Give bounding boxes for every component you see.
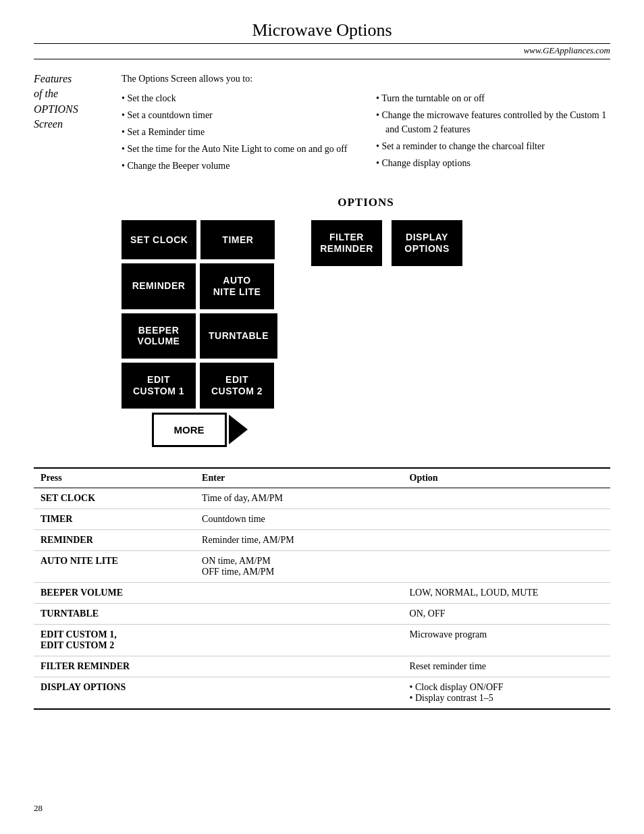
btn-separator [385, 220, 389, 266]
table-cell-press: TIMER [34, 509, 195, 529]
option-button[interactable]: EDIT CUSTOM 2 [200, 363, 274, 409]
table-row: TIMERCountdown time [34, 509, 610, 529]
features-col-left: Set the clockSet a countdown timerSet a … [122, 91, 356, 176]
table-cell-press: FILTER REMINDER [34, 656, 195, 677]
table-cell-enter [195, 603, 402, 624]
features-content: The Options Screen allows you to: Set th… [122, 72, 610, 176]
table-cell-press: REMINDER [34, 529, 195, 550]
page-header: Microwave Options [34, 20, 610, 41]
option-button[interactable]: TURNTABLE [200, 313, 277, 359]
option-button[interactable]: BEEPER VOLUME [122, 313, 196, 359]
buttons-right-group: FILTER REMINDERDISPLAY OPTIONS [311, 220, 462, 266]
table-cell-option: Reset reminder time [403, 656, 610, 677]
feature-item: Set the clock [122, 91, 356, 105]
table-cell-option [403, 509, 610, 529]
table-row: REMINDERReminder time, AM/PM [34, 529, 610, 550]
feature-item: Turn the turntable on or off [376, 91, 610, 105]
table-header-option: Option [403, 468, 610, 488]
table-cell-enter: Countdown time [195, 509, 402, 529]
feature-item: Set a reminder to change the charcoal fi… [376, 139, 610, 153]
feature-item: Set a Reminder time [122, 125, 356, 139]
table-cell-press: SET CLOCK [34, 488, 195, 509]
features-columns: Set the clockSet a countdown timerSet a … [122, 91, 610, 176]
button-row: REMINDERAUTO NITE LITE [122, 263, 277, 309]
option-button-right[interactable]: FILTER REMINDER [311, 220, 382, 266]
feature-item: Set a countdown timer [122, 108, 356, 122]
feature-item: Change the Beeper volume [122, 159, 356, 173]
header-rule2 [34, 59, 610, 59]
features-section: Features of the OPTIONS Screen The Optio… [34, 72, 610, 176]
page-number: 28 [34, 803, 43, 814]
options-section: OPTIONS SET CLOCKTIMERREMINDERAUTO NITE … [122, 196, 610, 447]
press-table: Press Enter Option SET CLOCKTime of day,… [34, 467, 610, 710]
table-cell-enter [195, 624, 402, 656]
table-row: AUTO NITE LITEON time, AM/PM OFF time, A… [34, 550, 610, 582]
button-row: EDIT CUSTOM 1EDIT CUSTOM 2 [122, 363, 277, 409]
option-button[interactable]: TIMER [200, 220, 275, 259]
table-cell-enter [195, 677, 402, 709]
table-header-row: Press Enter Option [34, 468, 610, 488]
table-body: SET CLOCKTime of day, AM/PMTIMERCountdow… [34, 488, 610, 709]
website: www.GEAppliances.com [34, 45, 610, 56]
table-row: FILTER REMINDERReset reminder time [34, 656, 610, 677]
feature-item: Change the microwave features controlled… [376, 108, 610, 136]
table-cell-enter: ON time, AM/PM OFF time, AM/PM [195, 550, 402, 582]
table-cell-enter: Reminder time, AM/PM [195, 529, 402, 550]
table-cell-option [403, 488, 610, 509]
table-cell-press: DISPLAY OPTIONS [34, 677, 195, 709]
button-row: SET CLOCKTIMER [122, 220, 277, 259]
features-col2-list: Turn the turntable on or offChange the m… [376, 91, 610, 170]
option-button[interactable]: EDIT CUSTOM 1 [122, 363, 196, 409]
table-row: EDIT CUSTOM 1, EDIT CUSTOM 2Microwave pr… [34, 624, 610, 656]
table-row: TURNTABLEON, OFF [34, 603, 610, 624]
table-cell-enter [195, 656, 402, 677]
header-rule [34, 43, 610, 44]
table-cell-option: ON, OFF [403, 603, 610, 624]
table-row: BEEPER VOLUMELOW, NORMAL, LOUD, MUTE [34, 582, 610, 603]
buttons-layout: SET CLOCKTIMERREMINDERAUTO NITE LITEBEEP… [122, 220, 610, 447]
more-row: MORE [122, 413, 277, 447]
table-cell-option: Microwave program [403, 624, 610, 656]
features-col-right: Turn the turntable on or offChange the m… [376, 91, 610, 176]
table-cell-option: LOW, NORMAL, LOUD, MUTE [403, 582, 610, 603]
features-col1-list: Set the clockSet a countdown timerSet a … [122, 91, 356, 173]
table-cell-option: • Clock display ON/OFF • Display contras… [403, 677, 610, 709]
table-cell-enter [195, 582, 402, 603]
option-button[interactable]: AUTO NITE LITE [200, 263, 274, 309]
buttons-left-group: SET CLOCKTIMERREMINDERAUTO NITE LITEBEEP… [122, 220, 277, 447]
features-intro: The Options Screen allows you to: [122, 72, 610, 86]
table-header-press: Press [34, 468, 195, 488]
button-row: BEEPER VOLUMETURNTABLE [122, 313, 277, 359]
option-button[interactable]: SET CLOCK [122, 220, 196, 259]
option-button[interactable]: REMINDER [122, 263, 196, 309]
table-cell-press: BEEPER VOLUME [34, 582, 195, 603]
table-header-enter: Enter [195, 468, 402, 488]
more-button[interactable]: MORE [152, 413, 227, 447]
page-title: Microwave Options [34, 20, 610, 41]
buttons-left-container: SET CLOCKTIMERREMINDERAUTO NITE LITEBEEP… [122, 220, 277, 409]
table-cell-option [403, 550, 610, 582]
table-cell-press: AUTO NITE LITE [34, 550, 195, 582]
option-button-right[interactable]: DISPLAY OPTIONS [392, 220, 462, 266]
more-arrow-icon [229, 415, 248, 444]
options-title: OPTIONS [122, 196, 610, 209]
feature-item: Change display options [376, 156, 610, 170]
feature-item: Set the time for the Auto Nite Light to … [122, 142, 356, 156]
table-cell-enter: Time of day, AM/PM [195, 488, 402, 509]
table-cell-press: EDIT CUSTOM 1, EDIT CUSTOM 2 [34, 624, 195, 656]
table-cell-press: TURNTABLE [34, 603, 195, 624]
table-cell-option [403, 529, 610, 550]
features-label-text: Features of the OPTIONS Screen [34, 73, 78, 130]
table-row: DISPLAY OPTIONS• Clock display ON/OFF • … [34, 677, 610, 709]
features-label: Features of the OPTIONS Screen [34, 72, 108, 176]
table-row: SET CLOCKTime of day, AM/PM [34, 488, 610, 509]
